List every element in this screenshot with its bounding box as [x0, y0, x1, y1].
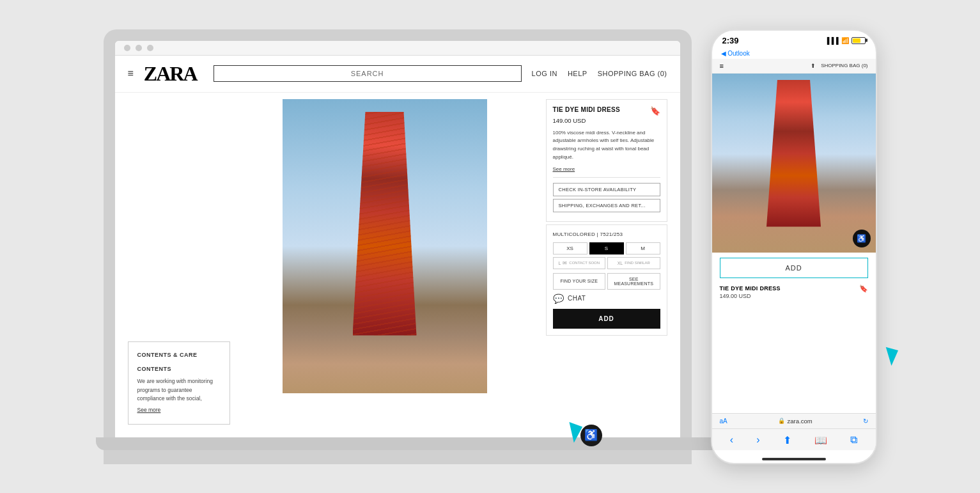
laptop-base: [96, 437, 722, 450]
phone-back-nav[interactable]: ◀ Outlook: [712, 48, 876, 59]
help-link[interactable]: HELP: [568, 70, 587, 77]
dress-body: [353, 112, 417, 336]
find-similar-label: FIND SIMILAR: [625, 261, 650, 265]
phone-bottom-bar: ‹ › ⬆ 📖 ⧉: [712, 429, 876, 450]
add-to-bag-button[interactable]: ADD: [553, 309, 660, 329]
phone-product-image: ♿: [712, 74, 876, 253]
home-bar: [762, 458, 826, 460]
phone-url-bar: aA 🔒 zara.com ↻: [712, 413, 876, 429]
phone-url-center[interactable]: 🔒 zara.com: [778, 418, 813, 425]
header-nav: LOG IN HELP SHOPPING BAG (0): [532, 70, 667, 77]
shopping-bag-link[interactable]: SHOPPING BAG (0): [598, 70, 667, 77]
phone-product-name-row: TIE DYE MIDI DRESS 🔖: [720, 285, 868, 293]
product-description: 100% viscose midi dress. V-neckline and …: [553, 129, 660, 162]
phone-dress: [756, 80, 832, 240]
dress-stripes: [353, 112, 417, 336]
battery-tip: [866, 39, 867, 42]
phone-bookmark-icon[interactable]: 🔖: [859, 285, 868, 293]
product-see-more-link[interactable]: See more: [553, 166, 575, 172]
color-info: MULTICOLORED | 7521/253: [553, 231, 660, 237]
phone-status-bar: 2:39 ▐▐▐ 📶: [712, 31, 876, 48]
accessibility-button-laptop[interactable]: ♿: [580, 425, 602, 446]
care-card-subtitle: CONTENTS: [137, 365, 221, 374]
chat-icon: 💬: [553, 293, 564, 304]
laptop-wrapper: ≡ ZARA SEARCH LOG IN HELP SHOPPING BAG (…: [104, 29, 692, 464]
size-btn-xs[interactable]: XS: [553, 242, 587, 254]
size-btn-m[interactable]: M: [626, 242, 660, 254]
browser-dot-red: [124, 45, 130, 51]
size-btn-l[interactable]: L ✉ CONTACT SOON: [553, 257, 606, 269]
phone-refresh-icon[interactable]: ↻: [863, 418, 868, 425]
phone-shopping-bag[interactable]: SHOPPING BAG (0): [821, 63, 867, 69]
phone-forward-button[interactable]: ›: [756, 434, 759, 446]
size-l-label: L: [558, 261, 561, 265]
phone-text-size-icon[interactable]: aA: [720, 418, 727, 425]
find-your-size-button[interactable]: FIND YOUR SIZE: [553, 273, 606, 290]
zara-header: ≡ ZARA SEARCH LOG IN HELP SHOPPING BAG (…: [115, 56, 680, 93]
product-name-row: TIE DYE MIDI DRESS 🔖: [553, 106, 660, 116]
phone-home-indicator: [712, 450, 876, 463]
phone-bookmarks-button[interactable]: 📖: [814, 434, 827, 446]
browser-dot-yellow: [136, 45, 142, 51]
size-row-2: L ✉ CONTACT SOON XL FIND SIMILAR: [553, 257, 660, 269]
log-in-link[interactable]: LOG IN: [532, 70, 557, 77]
phone-product-info: TIE DYE MIDI DRESS 🔖 149.00 USD: [712, 281, 876, 303]
check-store-button[interactable]: CHECK IN-STORE AVAILABILITY: [553, 183, 660, 196]
phone-back-button[interactable]: ‹: [730, 434, 733, 446]
shipping-button[interactable]: SHIPPING, EXCHANGES AND RET...: [553, 199, 660, 212]
phone-tabs-button[interactable]: ⧉: [850, 434, 857, 446]
left-panel: CONTENTS & CARE CONTENTS We are working …: [128, 93, 230, 437]
teal-arrow-phone: [881, 347, 898, 366]
browser-nav: [115, 41, 680, 56]
phone-product-name: TIE DYE MIDI DRESS: [720, 285, 781, 292]
see-measurements-button[interactable]: SEE MEASUREMENTS: [607, 273, 660, 290]
bookmark-icon[interactable]: 🔖: [650, 106, 660, 116]
phone-nav-right: ⬆ SHOPPING BAG (0): [811, 63, 867, 69]
laptop-device: ≡ ZARA SEARCH LOG IN HELP SHOPPING BAG (…: [104, 29, 692, 464]
product-name: TIE DYE MIDI DRESS: [553, 106, 620, 113]
wifi-icon: 📶: [841, 37, 849, 44]
phone-device: 2:39 ▐▐▐ 📶 ◀ Outlook ≡: [711, 29, 877, 464]
product-top-section: TIE DYE MIDI DRESS 🔖 149.00 USD 100% vis…: [546, 99, 667, 222]
browser-dot-green: [147, 45, 153, 51]
dress-figure: [340, 112, 430, 368]
signal-icon: ▐▐▐: [825, 37, 838, 44]
phone-nav-bar: ≡ ⬆ SHOPPING BAG (0): [712, 59, 876, 74]
phone-lock-icon: 🔒: [778, 418, 785, 424]
divider-1: [553, 177, 660, 178]
scene: ≡ ZARA SEARCH LOG IN HELP SHOPPING BAG (…: [0, 0, 980, 493]
devices-wrapper: ≡ ZARA SEARCH LOG IN HELP SHOPPING BAG (…: [104, 29, 877, 464]
size-grid: XS S M: [553, 242, 660, 254]
size-actions: FIND YOUR SIZE SEE MEASUREMENTS: [553, 273, 660, 290]
phone-arrow-annotation: [883, 348, 896, 365]
phone-time: 2:39: [722, 36, 739, 45]
phone-accessibility-button[interactable]: ♿: [853, 230, 871, 247]
hamburger-icon[interactable]: ≡: [128, 68, 134, 79]
care-card-text: We are working with monitoring programs …: [137, 377, 221, 403]
zara-page: ≡ ZARA SEARCH LOG IN HELP SHOPPING BAG (…: [115, 56, 680, 437]
phone-status-icons: ▐▐▐ 📶: [825, 37, 865, 44]
product-color-section: MULTICOLORED | 7521/253 XS S M: [546, 224, 667, 336]
search-input[interactable]: SEARCH: [214, 65, 522, 82]
product-image-area: [230, 93, 540, 437]
phone-hamburger-icon[interactable]: ≡: [720, 62, 724, 70]
phone-url-text: zara.com: [788, 418, 813, 425]
phone-product-price: 149.00 USD: [720, 293, 868, 299]
care-card-title: CONTENTS & CARE: [137, 351, 221, 360]
chat-label: CHAT: [568, 295, 586, 302]
phone-add-button[interactable]: ADD: [720, 258, 868, 278]
contact-soon-icon: ✉: [563, 260, 567, 266]
care-see-more-link[interactable]: See more: [137, 406, 161, 414]
phone-share-icon[interactable]: ⬆: [811, 63, 816, 69]
battery-icon: [852, 37, 866, 44]
chat-row[interactable]: 💬 CHAT: [553, 293, 660, 304]
phone-share-button[interactable]: ⬆: [783, 434, 791, 446]
size-btn-s[interactable]: S: [589, 242, 624, 254]
teal-arrow-laptop: [563, 422, 582, 444]
zara-main: CONTENTS & CARE CONTENTS We are working …: [115, 93, 680, 437]
phone-dress-body: [766, 80, 821, 227]
size-btn-xl[interactable]: XL FIND SIMILAR: [607, 257, 660, 269]
laptop-arrow-annotation: [566, 424, 580, 442]
battery-fill: [853, 38, 861, 43]
size-xl-label: XL: [618, 261, 623, 265]
